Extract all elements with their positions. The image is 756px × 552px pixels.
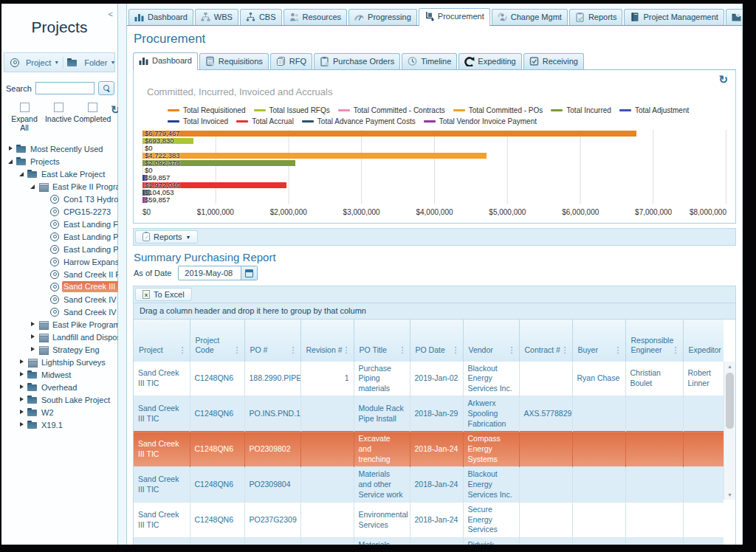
chart-refresh-icon[interactable]: ↻: [718, 74, 728, 85]
legend-item[interactable]: Total Invoiced: [168, 117, 228, 125]
column-header-revision-[interactable]: Revision #⋮: [300, 320, 354, 361]
column-header-contract-[interactable]: Contract #⋮: [519, 320, 572, 361]
checkbox[interactable]: [54, 103, 63, 112]
tree-item-sand-creek-iii-tic[interactable]: Sand Creek III TIC: [1, 280, 117, 293]
legend-item[interactable]: Total Committed - POs: [453, 106, 543, 114]
column-menu-icon[interactable]: ⋮: [561, 345, 569, 356]
tree-item-east-lake-project[interactable]: East Lake Project: [1, 168, 117, 180]
tree-item-sand-creek-ii-facility[interactable]: Sand Creek II Facility: [1, 268, 117, 280]
expand-icon[interactable]: [18, 384, 25, 390]
expand-icon[interactable]: [18, 371, 25, 378]
filter-completed[interactable]: Completed: [75, 103, 109, 132]
expand-icon[interactable]: [7, 145, 14, 152]
collapse-icon[interactable]: [7, 158, 14, 165]
bar-total-requisitioned[interactable]: [142, 131, 636, 137]
legend-item[interactable]: Total Issued RFQs: [254, 106, 330, 114]
subtab-receiving[interactable]: Receiving: [523, 53, 584, 69]
filter-inactive[interactable]: Inactive: [41, 103, 75, 132]
scroll-up-icon[interactable]: ▲: [724, 362, 735, 371]
reports-button[interactable]: Reports ▼: [135, 230, 198, 244]
filter-expand-all[interactable]: Expand All: [7, 103, 41, 132]
column-header-project[interactable]: Project⋮: [134, 320, 190, 361]
expand-icon[interactable]: [30, 321, 36, 328]
legend-item[interactable]: Total Incurred: [551, 106, 611, 114]
tree-item-sand-creek-iv-facility[interactable]: Sand Creek IV Facility: [1, 306, 117, 318]
column-menu-icon[interactable]: ⋮: [399, 345, 407, 356]
calendar-button[interactable]: [241, 266, 257, 280]
tab-progressing[interactable]: Progressing: [348, 9, 417, 25]
legend-item[interactable]: Total Accrual: [236, 117, 294, 125]
table-row[interactable]: Sand Creek III TICC1248QN6188.2990.PIPE2…: [134, 361, 724, 396]
expand-icon[interactable]: [18, 421, 25, 428]
expand-icon[interactable]: [18, 409, 25, 415]
subtab-expediting[interactable]: Expediting: [458, 53, 521, 69]
bar-total-committed-pos[interactable]: [142, 153, 487, 159]
column-menu-icon[interactable]: ⋮: [343, 345, 351, 356]
column-header-buyer[interactable]: Buyer⋮: [572, 320, 625, 361]
column-menu-icon[interactable]: ⋮: [289, 345, 298, 356]
tab-cbs[interactable]: CBS: [240, 9, 282, 25]
tab-wbs[interactable]: WBS: [195, 9, 238, 25]
tab-dashboard[interactable]: Dashboard: [128, 9, 193, 25]
tree-item-x19-1[interactable]: X19.1: [1, 418, 117, 431]
tab-procurement[interactable]: Procurement: [419, 8, 490, 26]
legend-item[interactable]: Total Committed - Contracts: [338, 106, 445, 114]
table-row[interactable]: Sand Creek III TICC1248QN6PO9726T.1Mater…: [134, 538, 724, 545]
tab-resources[interactable]: Resources: [284, 9, 348, 25]
tree-item-projects[interactable]: Projects: [1, 155, 117, 168]
checkbox[interactable]: [20, 103, 30, 112]
tree-item-w2[interactable]: W2: [1, 406, 117, 418]
column-header-po-title[interactable]: PO Title⋮: [354, 320, 410, 361]
tree-item-strategy-eng[interactable]: Strategy Eng: [1, 343, 117, 356]
column-menu-icon[interactable]: ⋮: [233, 345, 241, 356]
tree-item-cpg15-2273[interactable]: CPG15-2273: [1, 205, 117, 218]
summary-to-excel-button[interactable]: x To Excel: [135, 288, 192, 301]
tree-item-harrow-expansion-t2[interactable]: Harrow Expansion T2: [1, 255, 117, 268]
table-row[interactable]: Sand Creek III TICC1248QN6PO2309804Mater…: [134, 467, 724, 503]
tree-item-east-pike-ii-program[interactable]: East Pike II Program: [1, 180, 117, 193]
expand-icon[interactable]: [30, 346, 36, 353]
expand-icon[interactable]: [30, 334, 36, 340]
subtab-rfq[interactable]: RFQ: [270, 53, 312, 69]
folder-menu-button[interactable]: Folder ▼: [63, 57, 120, 69]
as-of-date-value[interactable]: 2019-May-08: [179, 266, 241, 280]
tree-item-south-lake-project[interactable]: South Lake Project: [1, 393, 117, 406]
vertical-scrollbar[interactable]: ▲ ▼: [724, 362, 735, 500]
column-menu-icon[interactable]: ⋮: [614, 345, 622, 356]
column-header-po-[interactable]: PO #⋮: [244, 320, 300, 361]
subtab-dashboard[interactable]: Dashboard: [133, 52, 198, 70]
expand-icon[interactable]: [18, 359, 25, 365]
legend-item[interactable]: Total Adjustment: [619, 106, 689, 114]
search-input[interactable]: [35, 82, 94, 94]
column-menu-icon[interactable]: ⋮: [672, 345, 680, 356]
tree-item-landfill-and-disposals[interactable]: Landfill and Disposals: [1, 331, 117, 343]
tree-item-east-pike-program[interactable]: East Pike Program: [1, 318, 117, 331]
column-header-expeditor[interactable]: Expeditor⋮: [683, 320, 724, 361]
column-header-project-code[interactable]: Project Code⋮: [190, 320, 244, 361]
collapse-icon[interactable]: [30, 183, 36, 190]
sidebar-collapse-icon[interactable]: <: [109, 10, 113, 18]
legend-item[interactable]: Total Vendor Invoice Payment: [424, 117, 537, 125]
tree-item-sand-creek-iv[interactable]: Sand Creek IV: [1, 293, 117, 306]
project-menu-button[interactable]: Project ▼: [6, 57, 63, 69]
collapse-icon[interactable]: [18, 170, 25, 177]
vertical-scroll-thumb[interactable]: [726, 373, 734, 429]
table-row[interactable]: Sand Creek III TICC1248QN6PO2309802Excav…: [134, 432, 724, 467]
search-button[interactable]: [98, 81, 114, 95]
tab-documents[interactable]: Documents: [726, 9, 743, 25]
tab-reports[interactable]: Reports: [569, 9, 623, 25]
tree-item-midwest[interactable]: Midwest: [1, 368, 117, 381]
scroll-down-icon[interactable]: ▼: [724, 490, 735, 500]
column-header-vendor[interactable]: Vendor⋮: [463, 320, 519, 361]
legend-item[interactable]: Total Advance Payment Costs: [302, 117, 416, 125]
column-menu-icon[interactable]: ⋮: [452, 345, 460, 356]
tree-item-east-landing-primary[interactable]: East Landing Primary: [1, 243, 117, 255]
tree-item-overhead[interactable]: Overhead: [1, 381, 117, 393]
tree-item-most-recently-used[interactable]: Most Recently Used: [1, 142, 117, 155]
table-row[interactable]: Sand Creek III TICC1248QN6PO237G2309Envi…: [134, 503, 724, 538]
tab-project-management[interactable]: Project Management: [624, 9, 724, 25]
column-menu-icon[interactable]: ⋮: [179, 345, 187, 356]
subtab-requisitions[interactable]: Requisitions: [199, 53, 269, 69]
subtab-timeline[interactable]: Timeline: [402, 53, 457, 69]
group-by-bar[interactable]: Drag a column header and drop it here to…: [133, 303, 736, 320]
